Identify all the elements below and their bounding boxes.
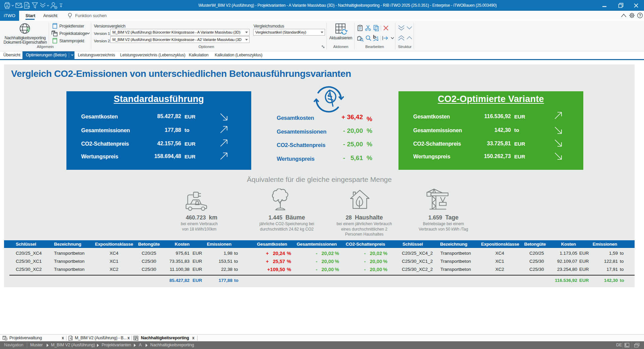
svg-text:?: ?: [639, 13, 641, 17]
